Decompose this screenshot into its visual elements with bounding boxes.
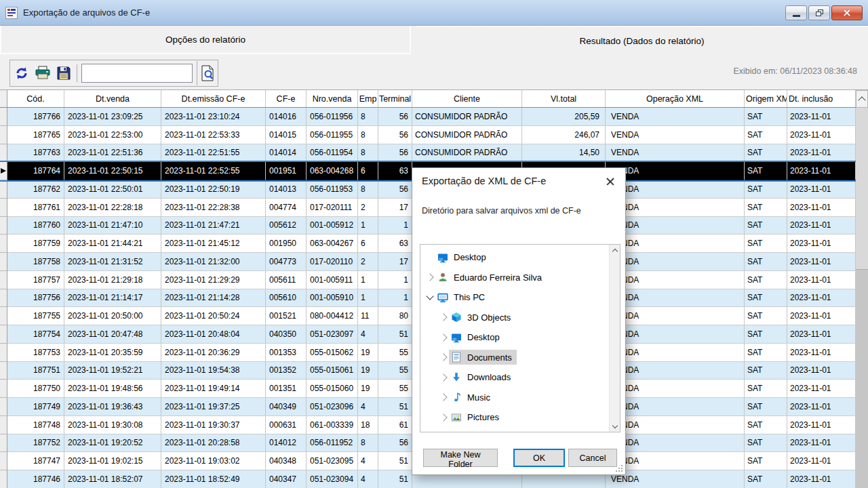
make-new-folder-button[interactable]: Make New Folder	[423, 449, 498, 467]
cell-nro_venda: 055-015061	[307, 362, 358, 380]
tree-scrollbar[interactable]	[609, 245, 620, 432]
toolbar-row: Exibido em: 06/11/2023 08:36:48	[0, 54, 868, 89]
tree-scroll-down-button[interactable]	[610, 421, 620, 432]
desktop-folder-icon	[451, 332, 462, 343]
tree-item-desktop[interactable]: Desktop	[420, 247, 609, 268]
cell-dt_emissao: 2023-11-01 21:32:00	[161, 253, 266, 271]
tree-item-documents[interactable]: Documents	[420, 348, 609, 368]
column-header-dt_inclusao[interactable]: Dt. inclusão	[787, 90, 856, 107]
scrollbar-track[interactable]	[856, 108, 868, 488]
print-button[interactable]	[33, 63, 52, 83]
restore-button[interactable]	[808, 5, 830, 20]
chevron-right-icon[interactable]	[438, 394, 449, 400]
tree-item-pictures[interactable]: Pictures	[420, 407, 609, 428]
cell-emp: 2	[358, 253, 378, 271]
cell-dt_venda: 2023-11-01 19:52:21	[64, 362, 161, 380]
column-header-cfe[interactable]: CF-e	[266, 90, 307, 107]
cell-emp: 8	[358, 180, 378, 199]
refresh-button[interactable]	[12, 63, 31, 83]
column-header-dt_venda[interactable]: Dt.venda	[64, 90, 161, 107]
tree-node[interactable]: Desktop	[435, 250, 491, 265]
tree-item-music[interactable]: Music	[420, 388, 609, 408]
chevron-down-icon[interactable]	[425, 293, 435, 301]
window-controls	[785, 5, 863, 20]
cell-emp: 4	[358, 470, 378, 488]
minimize-button[interactable]	[785, 5, 807, 20]
vertical-scrollbar[interactable]	[856, 90, 868, 488]
chevron-right-icon[interactable]	[438, 335, 449, 340]
cell-nro_venda: 063-004267	[307, 235, 358, 253]
chevron-right-icon[interactable]	[438, 415, 449, 420]
scroll-up-button[interactable]	[856, 90, 868, 108]
tree-node[interactable]: Desktop	[449, 330, 505, 345]
scrollbar-thumb[interactable]	[856, 108, 868, 270]
tree-node[interactable]: Downloads	[449, 370, 515, 385]
tab-resultado-dados-do-relatorio[interactable]: Resultado (Dados do relatório)	[416, 26, 868, 54]
cell-operacao_xml: VENDA	[606, 126, 745, 144]
tree-node[interactable]: This PC	[435, 290, 490, 305]
table-row[interactable]: 1877652023-11-01 22:53:002023-11-01 22:5…	[0, 126, 856, 144]
tree-node[interactable]: Pictures	[449, 410, 504, 425]
cell-emp: 19	[358, 362, 378, 380]
close-button[interactable]	[831, 5, 863, 20]
cell-cfe: 040347	[266, 470, 307, 488]
cell-emp: 2	[358, 199, 378, 217]
column-header-emp[interactable]: Emp	[358, 90, 378, 107]
column-header-cod[interactable]: Cód.	[7, 90, 64, 107]
cell-terminal: 17	[378, 253, 412, 271]
cell-cfe: 014012	[266, 434, 307, 453]
cell-terminal: 1	[378, 271, 412, 289]
tree-item-desktop[interactable]: Desktop	[420, 327, 609, 348]
column-header-cliente[interactable]: Cliente	[412, 90, 522, 107]
tab-opcoes-do-relatorio[interactable]: Opções do relatório	[0, 26, 411, 54]
row-indicator	[0, 344, 7, 362]
tree-item-3d-objects[interactable]: 3D Objects	[420, 308, 609, 328]
row-indicator	[0, 199, 7, 217]
tree-node[interactable]: Documents	[449, 350, 517, 365]
cell-nro_venda: 063-004268	[307, 162, 358, 180]
selected-row-marker	[1, 168, 6, 174]
table-row[interactable]: 1877632023-11-01 22:51:362023-11-01 22:5…	[0, 144, 856, 163]
cell-dt_emissao: 2023-11-01 21:47:21	[161, 217, 266, 235]
ok-button[interactable]: OK	[513, 449, 565, 467]
cell-cod: 187756	[7, 289, 64, 308]
tree-item-downloads[interactable]: Downloads	[420, 367, 609, 388]
cell-terminal: 55	[378, 362, 412, 380]
chevron-right-icon[interactable]	[438, 375, 449, 380]
cancel-button[interactable]: Cancel	[568, 449, 617, 467]
cell-nro_venda: 001-005912	[307, 217, 358, 235]
preview-button[interactable]	[197, 61, 218, 85]
chevron-right-icon[interactable]	[438, 314, 449, 320]
cell-origem_xml: SAT	[745, 452, 787, 470]
cell-origem_xml: SAT	[745, 307, 787, 325]
resize-grip[interactable]	[616, 465, 623, 472]
column-header-dt_emissao[interactable]: Dt.emissão CF-e	[161, 90, 266, 107]
tree-node[interactable]: Eduardo Ferreira Silva	[435, 270, 547, 285]
column-header-vl_total[interactable]: Vl.total	[522, 90, 606, 107]
search-input[interactable]	[81, 64, 193, 83]
cell-nro_venda: 051-023096	[307, 398, 358, 416]
chevron-right-icon[interactable]	[438, 354, 449, 360]
column-header-operacao_xml[interactable]: Operação XML	[606, 90, 745, 107]
minimize-icon	[793, 15, 800, 17]
cell-dt_emissao: 2023-11-01 21:14:28	[161, 289, 266, 308]
tree-node[interactable]: 3D Objects	[449, 310, 515, 325]
tree-node[interactable]: Music	[449, 390, 495, 405]
save-button[interactable]	[54, 63, 73, 83]
downloads-icon	[451, 372, 462, 383]
cell-emp: 1	[358, 217, 378, 235]
tree-item-eduardo-ferreira-silva[interactable]: Eduardo Ferreira Silva	[420, 268, 609, 288]
chevron-right-icon[interactable]	[425, 274, 435, 280]
tree-item-this-pc[interactable]: This PC	[420, 287, 609, 308]
column-header-nro_venda[interactable]: Nro.venda	[307, 90, 358, 107]
table-row[interactable]: 1877662023-11-01 23:09:252023-11-01 23:1…	[0, 108, 856, 126]
cell-emp: 4	[358, 325, 378, 344]
tree-scroll-up-button[interactable]	[610, 245, 620, 256]
column-header-terminal[interactable]: Terminal	[378, 90, 412, 107]
cell-operacao_xml: VENDA	[606, 398, 745, 416]
dialog-close-button[interactable]	[602, 174, 618, 190]
column-header-origem_xml[interactable]: Origem XML	[745, 90, 787, 107]
cell-emp: 1	[358, 289, 378, 308]
tree-item-label: Eduardo Ferreira Silva	[454, 272, 542, 283]
cell-operacao_xml: VENDA	[606, 452, 745, 470]
